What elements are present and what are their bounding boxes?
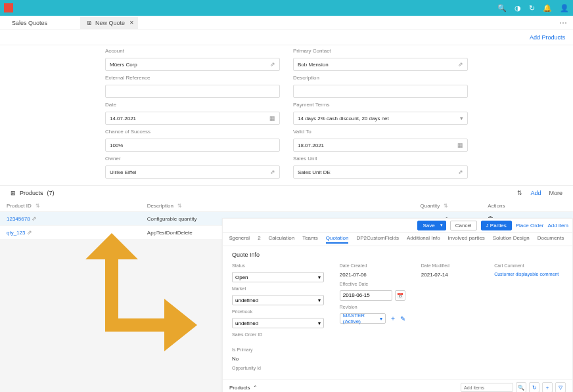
place-order-link[interactable]: Place Order xyxy=(516,223,544,229)
tab-new-label: New Quote xyxy=(95,20,125,26)
overlay-panel: Save Cancel J Parties Place Order Add it… xyxy=(222,218,573,392)
overflow-menu-icon[interactable]: ⋯ xyxy=(559,18,568,28)
extref-input[interactable] xyxy=(105,85,280,98)
products-header: ⊞ Products (7) ⇅ Add More xyxy=(0,185,573,200)
col-actions: Actions xyxy=(481,200,573,212)
account-label: Account xyxy=(105,48,280,54)
link-icon[interactable]: ⇗ xyxy=(458,61,463,68)
refresh-icon[interactable]: ↻ xyxy=(529,382,539,392)
close-icon[interactable]: ✕ xyxy=(129,20,134,26)
form-col-left: Account Müers Corp⇗ External Reference D… xyxy=(105,48,280,179)
add-products-link[interactable]: Add Products xyxy=(0,30,573,45)
col-qty[interactable]: Quantity⇅ xyxy=(331,200,455,212)
tab-quotation[interactable]: Quotation xyxy=(326,235,349,244)
status-value: Open xyxy=(235,274,248,280)
search-icon[interactable]: 🔍 xyxy=(516,382,526,392)
tab-documents[interactable]: Documents xyxy=(538,235,564,244)
chevron-down-icon: ▾ xyxy=(460,115,463,121)
pricebook-select[interactable]: undefined▾ xyxy=(232,318,324,328)
topbar-icon-group: 🔍 ◑ ↻ 🔔 👤 xyxy=(497,4,569,12)
edit-icon[interactable]: ✎ xyxy=(400,315,405,322)
history-icon[interactable]: ↻ xyxy=(529,4,535,12)
parties-button[interactable]: J Parties xyxy=(481,221,512,230)
help-icon[interactable]: ◑ xyxy=(515,4,521,12)
primary-value: No xyxy=(232,356,324,362)
collapse-icon[interactable]: ⌃ xyxy=(253,385,258,391)
plus-icon[interactable]: ＋ xyxy=(390,314,396,323)
user-icon[interactable]: 👤 xyxy=(560,4,569,12)
tab-2[interactable]: 2 xyxy=(258,235,260,244)
table-header-row: Product ID⇅ Description⇅ Quantity⇅ Actio… xyxy=(0,200,573,212)
pt-value: 14 days 2% cash discount, 20 days net xyxy=(298,116,389,121)
cart-link[interactable]: Customer displayable comment xyxy=(494,272,563,276)
modified-value: 2021-07-14 xyxy=(421,272,478,278)
eff-label: Effective Date xyxy=(340,282,405,286)
swap-icon[interactable]: ⇅ xyxy=(517,190,522,196)
link-icon[interactable]: ⇗ xyxy=(270,169,275,175)
save-button[interactable]: Save xyxy=(417,221,446,230)
pid-link[interactable]: qty_123 xyxy=(7,230,25,236)
filter-icon[interactable]: ▽ xyxy=(555,382,566,392)
status-select[interactable]: Open▾ xyxy=(232,272,324,282)
owner-label: Owner xyxy=(105,156,280,162)
tab-sales-quotes[interactable]: Sales Quotes xyxy=(5,17,54,29)
chance-label: Chance of Success xyxy=(105,129,280,135)
tab-new-quote[interactable]: 🗎 New Quote ✕ xyxy=(80,17,138,29)
primary-label: Is Primary xyxy=(232,347,324,352)
chance-input[interactable]: 100% xyxy=(105,139,280,152)
status-label: Status xyxy=(232,263,324,268)
pc-input[interactable]: Bob Mension⇗ xyxy=(293,58,468,71)
extref-label: External Reference xyxy=(105,75,280,81)
col-desc[interactable]: Description⇅ xyxy=(141,200,331,212)
search-icon[interactable]: 🔍 xyxy=(497,4,507,12)
market-select[interactable]: undefined▾ xyxy=(232,295,324,305)
cancel-button[interactable]: Cancel xyxy=(450,221,477,230)
overlay-toolbar: Save Cancel J Parties Place Order Add it… xyxy=(223,219,572,232)
tab-custom[interactable]: DP2CustomFields xyxy=(356,235,398,244)
sort-icon: ⇅ xyxy=(35,203,40,209)
account-input[interactable]: Müers Corp⇗ xyxy=(105,58,280,71)
link-icon[interactable]: ⇗ xyxy=(270,61,275,68)
tab-parties[interactable]: Involved parties xyxy=(448,235,485,244)
pid-link[interactable]: 12345678 xyxy=(7,216,30,222)
pc-label: Primary Contact xyxy=(293,48,468,54)
notification-icon[interactable]: 🔔 xyxy=(543,4,552,12)
plus-icon[interactable]: ＋ xyxy=(542,382,553,392)
doc-icon: 🗎 xyxy=(87,20,93,26)
date-value: 14.07.2021 xyxy=(110,116,136,121)
products-title: Products xyxy=(20,190,43,196)
tab-calculation[interactable]: Calculation xyxy=(269,235,295,244)
col-pid[interactable]: Product ID⇅ xyxy=(0,200,141,212)
desc-label: Description xyxy=(293,75,468,81)
eff-date-input[interactable]: 2018-06-15 xyxy=(340,290,392,301)
sort-icon: ⇅ xyxy=(444,203,448,209)
link-icon[interactable]: ⇗ xyxy=(458,169,463,175)
calendar-icon[interactable]: 📅 xyxy=(395,290,405,301)
pt-select[interactable]: 14 days 2% cash discount, 20 days net▾ xyxy=(293,112,468,125)
tab-addinfo[interactable]: Additional Info xyxy=(407,235,440,244)
created-label: Date Created xyxy=(340,263,405,268)
valid-label: Valid To xyxy=(293,129,468,135)
chevron-down-icon: ▾ xyxy=(318,274,321,280)
su-input[interactable]: Sales Unit DE⇗ xyxy=(293,165,468,179)
tab-solution[interactable]: Solution Design xyxy=(493,235,530,244)
calendar-icon[interactable]: ▦ xyxy=(269,115,275,121)
add-item-link[interactable]: Add item xyxy=(547,223,568,229)
tab-general[interactable]: $general xyxy=(229,235,250,244)
date-input[interactable]: 14.07.2021▦ xyxy=(105,112,280,125)
more-link[interactable]: More xyxy=(549,190,562,196)
market-value: undefined xyxy=(235,297,258,303)
su-label: Sales Unit xyxy=(293,156,468,162)
pricebook-label: Pricebook xyxy=(232,309,324,314)
tab-teams[interactable]: Teams xyxy=(302,235,318,244)
owner-input[interactable]: Uirike Eiffel⇗ xyxy=(105,165,280,179)
owner-value: Uirike Eiffel xyxy=(110,169,136,175)
chevron-down-icon: ▾ xyxy=(318,320,321,326)
pt-label: Payment Terms xyxy=(293,102,468,108)
calendar-icon[interactable]: ▦ xyxy=(457,142,463,148)
add-link[interactable]: Add xyxy=(530,190,541,196)
desc-input[interactable] xyxy=(293,85,468,98)
valid-input[interactable]: 18.07.2021▦ xyxy=(293,139,468,152)
rev-select[interactable]: MASTER (Active)▾ xyxy=(340,313,386,324)
search-input[interactable] xyxy=(461,383,513,392)
